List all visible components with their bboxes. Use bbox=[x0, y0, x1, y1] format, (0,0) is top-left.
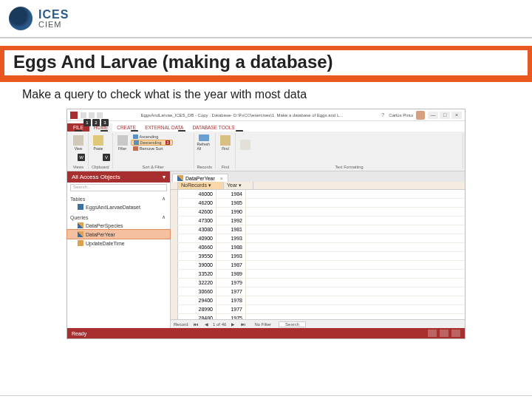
cell-norecords[interactable]: 46000 bbox=[178, 190, 216, 198]
row-selector[interactable] bbox=[171, 234, 178, 242]
cell-year[interactable]: 1990 bbox=[216, 208, 246, 216]
cell-year[interactable]: 1989 bbox=[216, 270, 246, 278]
table-row[interactable]: 426001990 bbox=[171, 208, 465, 216]
help-button[interactable]: ? bbox=[381, 112, 384, 118]
maximize-button[interactable]: □ bbox=[440, 112, 450, 119]
table-row[interactable]: 306601977 bbox=[171, 287, 465, 296]
table-row[interactable]: 395501993 bbox=[171, 252, 465, 261]
row-selector[interactable] bbox=[171, 296, 178, 304]
row-selector[interactable] bbox=[171, 279, 178, 287]
recnav-first-button[interactable]: ⏮ bbox=[192, 322, 200, 327]
cell-year[interactable]: 1977 bbox=[216, 287, 246, 296]
qat-redo-icon[interactable] bbox=[97, 112, 103, 118]
datasheet-view-icon[interactable] bbox=[428, 330, 437, 337]
cell-norecords[interactable]: 43080 bbox=[178, 225, 216, 233]
column-header-norecords[interactable]: NoRecords ▾ bbox=[178, 182, 224, 189]
row-selector[interactable] bbox=[171, 287, 178, 296]
datasheet[interactable]: NoRecords ▾ Year ▾ 460001984462001985426… bbox=[171, 182, 465, 319]
table-row[interactable]: 390001987 bbox=[171, 261, 465, 270]
recnav-last-button[interactable]: ⏭ bbox=[239, 322, 247, 327]
minimize-button[interactable]: — bbox=[428, 112, 438, 119]
cell-year[interactable]: 1979 bbox=[216, 279, 246, 287]
select-all-cell[interactable] bbox=[171, 182, 178, 189]
table-row[interactable]: 406601988 bbox=[171, 243, 465, 252]
filter-button[interactable]: Filter bbox=[116, 134, 129, 151]
nav-table-item[interactable]: EggsAndLarvaeDataset bbox=[67, 202, 170, 211]
cell-norecords[interactable]: 32220 bbox=[178, 279, 216, 287]
remove-sort-button[interactable]: Remove Sort bbox=[131, 146, 174, 151]
nav-query-item[interactable]: DataPerSpecies bbox=[67, 221, 170, 230]
row-selector[interactable] bbox=[171, 252, 178, 260]
sql-view-icon[interactable] bbox=[440, 330, 449, 337]
row-selector[interactable] bbox=[171, 314, 178, 319]
cell-year[interactable]: 1987 bbox=[216, 261, 246, 269]
table-row[interactable]: 322201979 bbox=[171, 279, 465, 287]
nav-search-input[interactable]: Search... bbox=[70, 184, 167, 191]
cell-year[interactable]: 1984 bbox=[216, 190, 246, 198]
close-button[interactable]: × bbox=[451, 112, 462, 119]
table-row[interactable]: 284801975 bbox=[171, 314, 465, 319]
row-selector[interactable] bbox=[171, 190, 178, 198]
row-selector[interactable] bbox=[171, 305, 178, 313]
table-row[interactable]: 430801981 bbox=[171, 225, 465, 234]
cell-norecords[interactable]: 29400 bbox=[178, 296, 216, 304]
cell-norecords[interactable]: 39000 bbox=[178, 261, 216, 269]
nav-group-tables[interactable]: Tables∧ bbox=[67, 193, 170, 202]
cell-year[interactable]: 1985 bbox=[216, 199, 246, 207]
recnav-search[interactable]: Search bbox=[279, 321, 306, 327]
table-row[interactable]: 460001984 bbox=[171, 190, 465, 199]
nav-header[interactable]: All Access Objects ▾ bbox=[67, 171, 170, 183]
row-selector[interactable] bbox=[171, 243, 178, 251]
qat-undo-icon[interactable] bbox=[89, 112, 95, 118]
row-selector[interactable] bbox=[171, 199, 178, 207]
table-row[interactable]: 294001978 bbox=[171, 296, 465, 305]
row-selector[interactable] bbox=[171, 261, 178, 269]
cell-norecords[interactable]: 28480 bbox=[178, 314, 216, 319]
cell-norecords[interactable]: 28990 bbox=[178, 305, 216, 313]
cell-norecords[interactable]: 33520 bbox=[178, 270, 216, 278]
cell-norecords[interactable]: 30660 bbox=[178, 287, 216, 296]
table-row[interactable]: 409001993 bbox=[171, 234, 465, 243]
remove-sort-icon bbox=[133, 146, 138, 151]
cell-norecords[interactable]: 42600 bbox=[178, 208, 216, 216]
cell-year[interactable]: 1992 bbox=[216, 216, 246, 225]
row-selector[interactable] bbox=[171, 208, 178, 216]
close-tab-icon[interactable]: × bbox=[220, 176, 223, 181]
user-avatar[interactable] bbox=[416, 111, 425, 120]
row-selector[interactable] bbox=[171, 270, 178, 278]
recnav-prev-button[interactable]: ◀ bbox=[202, 321, 210, 327]
table-row[interactable]: 473001992 bbox=[171, 216, 465, 225]
recnav-next-button[interactable]: ▶ bbox=[229, 321, 236, 327]
cell-norecords[interactable]: 40900 bbox=[178, 234, 216, 242]
design-view-icon[interactable] bbox=[451, 330, 460, 337]
tab-database-tools[interactable]: DATABASE TOOLS bbox=[188, 123, 239, 132]
cell-norecords[interactable]: 46200 bbox=[178, 199, 216, 207]
table-row[interactable]: 289901977 bbox=[171, 305, 465, 314]
cell-norecords[interactable]: 47300 bbox=[178, 216, 216, 225]
nav-group-queries[interactable]: Queries∧ bbox=[67, 211, 170, 221]
view-button[interactable]: View bbox=[72, 134, 85, 151]
table-row[interactable]: 462001985 bbox=[171, 199, 465, 208]
nav-query-item[interactable]: UpdateDateTime bbox=[67, 239, 170, 248]
table-row[interactable]: 335201989 bbox=[171, 270, 465, 279]
row-selector[interactable] bbox=[171, 225, 178, 233]
cell-year[interactable]: 1993 bbox=[216, 234, 246, 242]
cell-norecords[interactable]: 40660 bbox=[178, 243, 216, 251]
cell-year[interactable]: 1978 bbox=[216, 296, 246, 304]
cell-norecords[interactable]: 39550 bbox=[178, 252, 216, 260]
cell-year[interactable]: 1975 bbox=[216, 314, 246, 319]
nav-query-item-selected[interactable]: DataPerYear bbox=[67, 230, 170, 239]
paste-button[interactable]: Paste bbox=[92, 134, 105, 151]
cell-year[interactable]: 1988 bbox=[216, 243, 246, 251]
refresh-all-button[interactable]: Refresh All bbox=[197, 134, 211, 151]
document-tab[interactable]: DataPerYear × bbox=[172, 174, 228, 182]
find-button[interactable]: Find bbox=[219, 134, 232, 151]
qat-save-icon[interactable] bbox=[81, 112, 86, 118]
sort-ascending-button[interactable]: Ascending bbox=[131, 134, 174, 139]
cell-year[interactable]: 1977 bbox=[216, 305, 246, 313]
cell-year[interactable]: 1981 bbox=[216, 225, 246, 233]
column-header-year[interactable]: Year ▾ bbox=[224, 182, 253, 189]
sort-descending-button[interactable]: Descending3 bbox=[131, 140, 174, 146]
row-selector[interactable] bbox=[171, 216, 178, 225]
cell-year[interactable]: 1993 bbox=[216, 252, 246, 260]
